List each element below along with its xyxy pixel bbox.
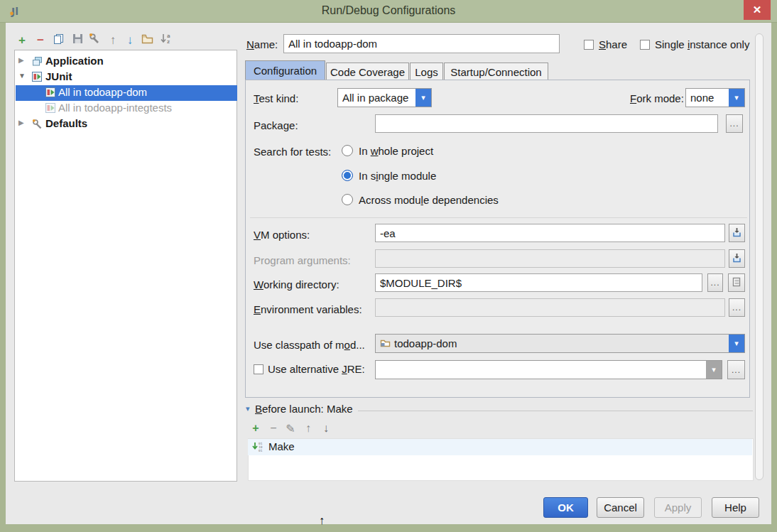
tab-startup-connection[interactable]: Startup/Connection xyxy=(444,63,548,80)
before-launch-move-down-button[interactable]: ↓ xyxy=(319,421,333,435)
single-instance-label: Single instance only xyxy=(655,38,749,50)
single-instance-checkbox[interactable] xyxy=(640,40,650,50)
create-folder-button[interactable] xyxy=(139,33,155,48)
tree-item-label: Defaults xyxy=(45,117,87,129)
working-directory-input[interactable] xyxy=(375,273,702,292)
before-launch-move-up-button[interactable]: ↑ xyxy=(301,421,315,435)
expand-editor-icon xyxy=(732,253,741,265)
vertical-scrollbar[interactable] xyxy=(755,33,764,480)
help-button-label: Help xyxy=(724,501,746,514)
radio-in-single-module-label[interactable]: In single module xyxy=(359,170,436,182)
before-launch-remove-button[interactable]: − xyxy=(266,421,281,435)
before-launch-item-make[interactable]: 011001 Make xyxy=(248,439,752,455)
chevron-collapsed-icon[interactable]: ▶ xyxy=(18,119,24,126)
tab-configuration[interactable]: Configuration xyxy=(245,60,325,80)
chevron-down-icon[interactable]: ▾ xyxy=(415,89,431,107)
add-configuration-button[interactable]: + xyxy=(14,33,30,48)
chevron-down-icon[interactable]: ▾ xyxy=(729,335,744,352)
fork-mode-select[interactable]: none ▾ xyxy=(685,88,745,107)
working-directory-browse-button[interactable]: ... xyxy=(707,273,723,292)
radio-in-whole-project[interactable] xyxy=(342,145,353,156)
chevron-down-icon[interactable]: ▾ xyxy=(729,89,744,107)
tab-label: Code Coverage xyxy=(330,66,405,78)
radio-across-module-dependencies-label[interactable]: Across module dependencies xyxy=(359,194,499,206)
module-name: todoapp-dom xyxy=(394,337,457,349)
test-kind-label: Test kind: xyxy=(254,92,298,104)
tab-code-coverage[interactable]: Code Coverage xyxy=(326,63,409,80)
apply-button[interactable]: Apply xyxy=(654,497,702,518)
save-configuration-button[interactable] xyxy=(70,33,85,48)
chevron-expanded-icon[interactable]: ▼ xyxy=(18,72,26,80)
vm-options-expand-button[interactable] xyxy=(729,224,745,242)
package-browse-button[interactable]: ... xyxy=(726,114,743,133)
name-label: Name: xyxy=(246,38,278,50)
environment-variables-input[interactable] xyxy=(375,298,725,317)
classpath-module-select[interactable]: todoapp-dom ▾ xyxy=(375,334,745,353)
before-launch-add-button[interactable]: + xyxy=(249,421,263,435)
titlebar[interactable]: Jl Run/Debug Configurations ✕ xyxy=(0,0,777,23)
radio-in-whole-project-label[interactable]: In whole project xyxy=(359,145,433,157)
working-directory-label: Working directory: xyxy=(254,278,339,291)
ellipsis-icon: ... xyxy=(732,365,741,375)
share-label: Share xyxy=(599,38,627,50)
use-alternative-jre-label[interactable]: Use alternative JRE: xyxy=(268,363,365,375)
before-launch-edit-button[interactable]: ✎ xyxy=(283,421,298,435)
environment-variables-browse-button[interactable]: ... xyxy=(729,298,745,317)
radio-across-module-dependencies[interactable] xyxy=(342,194,353,205)
section-collapse-icon[interactable]: ▾ xyxy=(246,404,250,413)
help-button[interactable]: Help xyxy=(712,497,759,518)
apply-button-label: Apply xyxy=(665,501,692,514)
move-down-button[interactable]: ↓ xyxy=(122,33,138,48)
add-icon: + xyxy=(18,33,26,48)
tree-item-all-in-todoapp-dom[interactable]: All in todoapp-dom xyxy=(16,85,237,101)
tab-logs[interactable]: Logs xyxy=(410,63,443,80)
alternative-jre-value xyxy=(376,361,706,379)
use-classpath-label: Use classpath of mod... xyxy=(254,339,365,351)
ok-button[interactable]: OK xyxy=(543,497,588,518)
tree-item-junit[interactable]: ▼ JUnit xyxy=(16,70,237,85)
chevron-down-icon[interactable]: ▾ xyxy=(706,361,722,379)
name-input[interactable] xyxy=(283,34,560,53)
pencil-icon: ✎ xyxy=(286,422,295,435)
tree-item-defaults[interactable]: ▶ Defaults xyxy=(16,116,237,132)
ellipsis-icon: ... xyxy=(732,303,741,313)
move-down-icon: ↓ xyxy=(323,422,329,435)
copy-icon xyxy=(53,33,65,48)
remove-configuration-button[interactable]: − xyxy=(33,33,48,48)
alternative-jre-select[interactable]: ▾ xyxy=(375,360,722,379)
share-checkbox[interactable] xyxy=(584,40,594,50)
move-down-icon: ↓ xyxy=(127,33,134,48)
use-alternative-jre-checkbox[interactable] xyxy=(254,364,263,374)
svg-text:z: z xyxy=(167,39,170,45)
tree-item-label: Application xyxy=(45,55,104,67)
fork-mode-label: Fork mode: xyxy=(630,92,684,104)
svg-text:01: 01 xyxy=(259,449,263,452)
copy-configuration-button[interactable] xyxy=(51,33,67,48)
before-launch-item-label: Make xyxy=(268,440,295,452)
save-icon xyxy=(72,33,83,48)
vm-options-input[interactable] xyxy=(375,224,725,242)
working-directory-macros-button[interactable] xyxy=(728,273,745,292)
sort-configurations-button[interactable]: az xyxy=(158,33,173,48)
package-input[interactable] xyxy=(375,114,718,133)
before-launch-header[interactable]: Before launch: Make xyxy=(255,403,353,415)
alternative-jre-browse-button[interactable]: ... xyxy=(727,360,745,379)
edit-defaults-button[interactable] xyxy=(87,33,102,48)
program-arguments-expand-button[interactable] xyxy=(729,249,745,268)
chevron-collapsed-icon[interactable]: ▶ xyxy=(18,56,24,64)
test-kind-select[interactable]: All in package ▾ xyxy=(337,88,432,107)
move-up-button[interactable]: ↑ xyxy=(105,33,121,48)
radio-in-single-module[interactable] xyxy=(342,170,353,181)
separator xyxy=(250,217,747,218)
cancel-button[interactable]: Cancel xyxy=(597,497,644,518)
remove-icon: − xyxy=(37,33,44,48)
tree-item-all-in-todoapp-integtests[interactable]: All in todoapp-integtests xyxy=(16,101,237,116)
vm-options-label: VM options: xyxy=(254,229,310,241)
tree-item-label: All in todoapp-dom xyxy=(58,86,147,98)
classpath-module-value: todoapp-dom xyxy=(376,335,729,352)
add-icon: + xyxy=(252,422,259,435)
close-button[interactable]: ✕ xyxy=(744,0,771,20)
junit-icon xyxy=(45,87,55,99)
ellipsis-icon: ... xyxy=(710,278,719,288)
tree-item-application[interactable]: ▶ Application xyxy=(16,54,237,70)
